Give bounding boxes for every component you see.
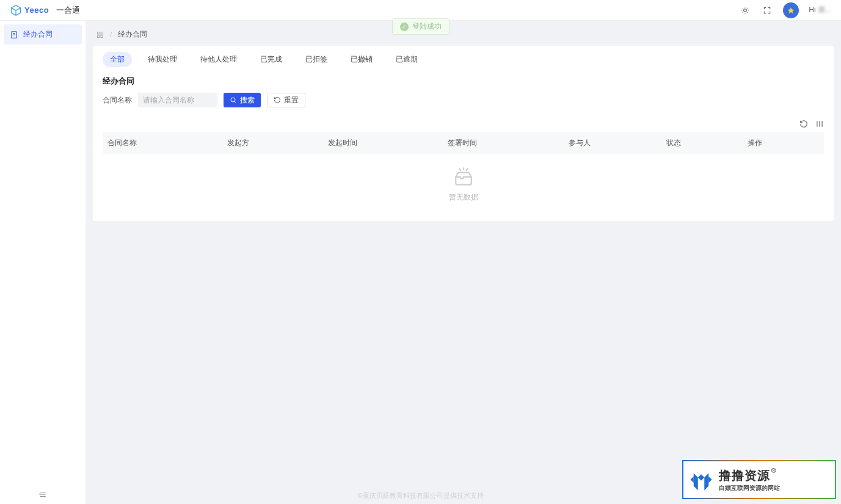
brand-logo[interactable]: Yeeco xyxy=(10,4,49,16)
tab-revoked[interactable]: 已撤销 xyxy=(343,52,380,67)
sidebar-item-label: 经办合同 xyxy=(23,29,53,40)
th-status: 状态 xyxy=(661,138,743,148)
th-name: 合同名称 xyxy=(103,138,222,148)
tabs: 全部 待我处理 待他人处理 已完成 已拒签 已撤销 已逾期 xyxy=(93,46,834,72)
watermark-title: 撸撸资源® xyxy=(719,467,780,484)
reset-button-label: 重置 xyxy=(284,95,299,106)
svg-rect-4 xyxy=(98,35,100,38)
collapse-icon xyxy=(38,490,47,499)
header-right: Hi 测... xyxy=(739,2,831,18)
search-icon xyxy=(230,96,237,104)
breadcrumb: / 经办合同 xyxy=(86,21,841,46)
file-icon xyxy=(10,31,18,39)
watermark-logo-icon xyxy=(688,467,714,492)
sidebar: 经办合同 xyxy=(0,21,86,504)
column-settings-icon[interactable] xyxy=(815,120,824,128)
contract-name-input[interactable] xyxy=(138,93,217,107)
section-title: 经办合同 xyxy=(93,72,834,93)
breadcrumb-current: 经办合同 xyxy=(118,29,147,40)
th-initiate-time: 发起时间 xyxy=(323,138,443,148)
content-card: 全部 待我处理 待他人处理 已完成 已拒签 已撤销 已逾期 经办合同 合同名称 … xyxy=(93,46,834,221)
svg-rect-5 xyxy=(101,35,103,38)
grid-icon[interactable] xyxy=(96,31,104,38)
greeting-name: 测... xyxy=(818,5,831,14)
empty-icon xyxy=(453,167,474,187)
theme-toggle[interactable] xyxy=(739,4,751,16)
tab-completed[interactable]: 已完成 xyxy=(253,52,289,67)
th-initiator: 发起方 xyxy=(222,138,323,148)
greeting-prefix: Hi xyxy=(809,5,818,14)
tab-pending-me[interactable]: 待我处理 xyxy=(140,52,184,67)
empty-text: 暂无数据 xyxy=(449,192,478,203)
watermark: 撸撸资源® 白嫖互联网资源的网站 xyxy=(682,460,836,499)
breadcrumb-separator: / xyxy=(110,31,112,39)
app-header: Yeeco 一合通 Hi 测... xyxy=(0,0,841,21)
table-toolbar xyxy=(93,113,834,132)
sidebar-item-contracts[interactable]: 经办合同 xyxy=(4,24,82,45)
search-button[interactable]: 搜索 xyxy=(224,93,261,107)
success-toast: ✓ 登陆成功 xyxy=(392,18,450,35)
app-title: 一合通 xyxy=(56,5,80,16)
search-button-label: 搜索 xyxy=(240,95,255,106)
brand-text: Yeeco xyxy=(24,5,49,15)
svg-point-0 xyxy=(744,9,747,12)
tab-all[interactable]: 全部 xyxy=(103,52,132,67)
toast-text: 登陆成功 xyxy=(412,21,442,32)
filter-row: 合同名称 搜索 重置 xyxy=(93,93,834,113)
cube-icon xyxy=(10,4,22,16)
user-greeting: Hi 测... xyxy=(809,5,831,15)
empty-state: 暂无数据 xyxy=(93,154,834,209)
check-circle-icon: ✓ xyxy=(400,23,409,31)
tab-pending-others[interactable]: 待他人处理 xyxy=(193,52,244,67)
tab-overdue[interactable]: 已逾期 xyxy=(388,52,425,67)
expand-icon xyxy=(763,6,771,15)
th-actions: 操作 xyxy=(743,138,824,148)
avatar[interactable] xyxy=(783,2,799,18)
sun-icon xyxy=(741,6,749,15)
tab-rejected[interactable]: 已拒签 xyxy=(298,52,335,67)
svg-rect-3 xyxy=(101,32,103,34)
watermark-subtitle: 白嫖互联网资源的网站 xyxy=(719,484,780,492)
footer-copyright: ©重庆贝跃教育科技有限公司提供技术支持 xyxy=(357,491,483,500)
star-icon xyxy=(787,7,795,14)
table-header: 合同名称 发起方 发起时间 签署时间 参与人 状态 操作 xyxy=(103,132,824,154)
svg-rect-2 xyxy=(98,32,100,34)
main-content: / 经办合同 全部 待我处理 待他人处理 已完成 已拒签 已撤销 已逾期 经办合… xyxy=(86,21,841,504)
svg-point-6 xyxy=(231,98,235,102)
refresh-icon[interactable] xyxy=(799,120,808,128)
fullscreen-toggle[interactable] xyxy=(761,4,773,16)
th-participants: 参与人 xyxy=(564,138,661,148)
header-left: Yeeco 一合通 xyxy=(10,4,80,16)
sidebar-collapse-button[interactable] xyxy=(0,487,86,502)
th-sign-time: 签署时间 xyxy=(443,138,564,148)
filter-label: 合同名称 xyxy=(103,95,132,106)
reset-icon xyxy=(274,96,281,104)
reset-button[interactable]: 重置 xyxy=(267,93,305,107)
